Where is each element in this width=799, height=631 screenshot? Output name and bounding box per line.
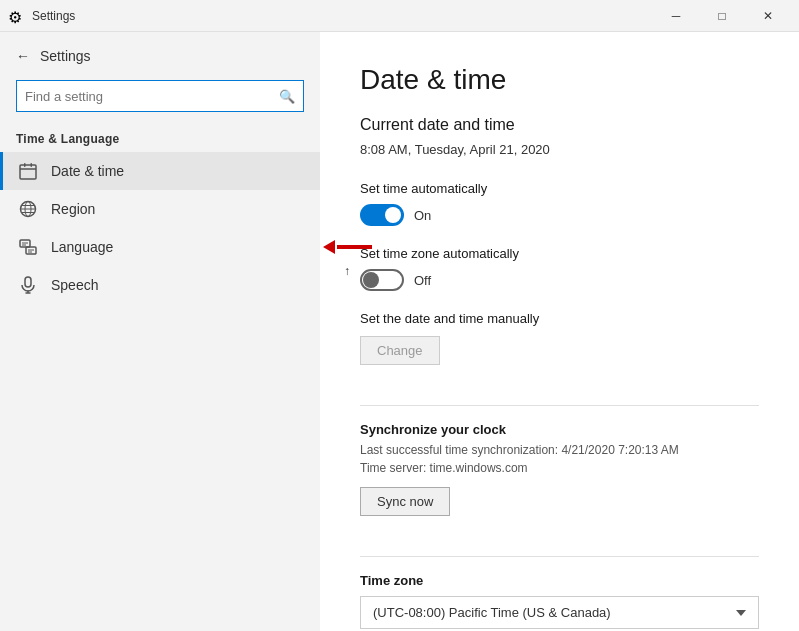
sidebar-item-label-speech: Speech bbox=[51, 277, 98, 293]
sidebar-item-region[interactable]: Region bbox=[0, 190, 320, 228]
set-time-auto-thumb bbox=[385, 207, 401, 223]
app-body: ← Settings 🔍 Time & Language Date & time bbox=[0, 32, 799, 631]
timezone-select[interactable]: (UTC-08:00) Pacific Time (US & Canada) bbox=[360, 596, 759, 629]
back-arrow-icon: ← bbox=[16, 48, 30, 64]
set-timezone-auto-state: Off bbox=[414, 273, 431, 288]
sidebar: ← Settings 🔍 Time & Language Date & time bbox=[0, 32, 320, 631]
maximize-button[interactable]: □ bbox=[699, 0, 745, 32]
set-timezone-auto-label: Set time zone automatically bbox=[360, 246, 759, 261]
sidebar-item-language[interactable]: Language ↑ bbox=[0, 228, 320, 266]
svg-rect-2 bbox=[31, 163, 33, 167]
timezone-heading: Time zone bbox=[360, 573, 759, 588]
speech-icon bbox=[19, 276, 37, 294]
search-input[interactable] bbox=[25, 89, 279, 104]
divider-2 bbox=[360, 556, 759, 557]
close-button[interactable]: ✕ bbox=[745, 0, 791, 32]
manual-label: Set the date and time manually bbox=[360, 311, 759, 326]
sidebar-item-label-date-time: Date & time bbox=[51, 163, 124, 179]
language-icon bbox=[19, 238, 37, 256]
arrow-annotation bbox=[323, 240, 372, 254]
title-bar: ⚙ Settings ─ □ ✕ bbox=[0, 0, 799, 32]
settings-icon: ⚙ bbox=[8, 8, 24, 24]
page-title: Date & time bbox=[360, 64, 759, 96]
set-time-auto-toggle[interactable] bbox=[360, 204, 404, 226]
sync-heading: Synchronize your clock bbox=[360, 422, 759, 437]
change-button[interactable]: Change bbox=[360, 336, 440, 365]
section-heading: Current date and time bbox=[360, 116, 759, 134]
main-panel: Date & time Current date and time 8:08 A… bbox=[320, 32, 799, 631]
sync-now-button[interactable]: Sync now bbox=[360, 487, 450, 516]
minimize-button[interactable]: ─ bbox=[653, 0, 699, 32]
title-bar-title: Settings bbox=[32, 9, 653, 23]
sync-server-text: Time server: time.windows.com bbox=[360, 461, 759, 475]
svg-rect-0 bbox=[20, 165, 36, 179]
set-time-auto-row: On bbox=[360, 204, 759, 226]
set-time-auto-label: Set time automatically bbox=[360, 181, 759, 196]
current-time: 8:08 AM, Tuesday, April 21, 2020 bbox=[360, 142, 759, 157]
set-timezone-auto-row: Off bbox=[360, 269, 759, 291]
back-button[interactable]: ← Settings bbox=[0, 40, 320, 72]
sidebar-back-title: Settings bbox=[40, 48, 91, 64]
sidebar-item-label-language: Language bbox=[51, 239, 113, 255]
window-controls: ─ □ ✕ bbox=[653, 0, 791, 32]
search-box[interactable]: 🔍 bbox=[16, 80, 304, 112]
sidebar-item-speech[interactable]: Speech bbox=[0, 266, 320, 304]
svg-rect-7 bbox=[25, 277, 31, 287]
set-timezone-auto-track bbox=[360, 269, 404, 291]
svg-rect-1 bbox=[24, 163, 26, 167]
cursor-annotation: ↑ bbox=[344, 264, 350, 278]
region-icon bbox=[19, 200, 37, 218]
set-timezone-auto-thumb bbox=[363, 272, 379, 288]
set-timezone-auto-toggle[interactable] bbox=[360, 269, 404, 291]
divider bbox=[360, 405, 759, 406]
date-time-icon bbox=[19, 162, 37, 180]
sidebar-item-label-region: Region bbox=[51, 201, 95, 217]
set-time-auto-track bbox=[360, 204, 404, 226]
sidebar-item-date-time[interactable]: Date & time bbox=[0, 152, 320, 190]
sidebar-section-title: Time & Language bbox=[0, 120, 320, 152]
search-icon: 🔍 bbox=[279, 89, 295, 104]
set-time-auto-state: On bbox=[414, 208, 431, 223]
sync-last-text: Last successful time synchronization: 4/… bbox=[360, 443, 759, 457]
